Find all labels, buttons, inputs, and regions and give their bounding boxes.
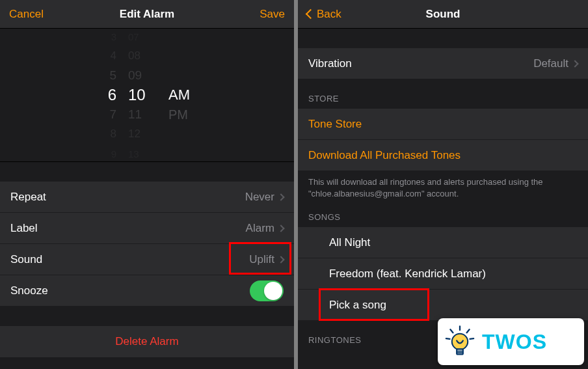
svg-line-2	[467, 329, 470, 333]
vibration-value: Default	[533, 57, 568, 70]
songs-section-header: SONGS	[298, 208, 588, 227]
svg-point-5	[452, 334, 468, 349]
time-picker[interactable]: 3 4 5 6 7 8 9 07 08 09 10 11 12 13	[0, 29, 294, 162]
vibration-row[interactable]: Vibration Default	[298, 48, 588, 79]
minute-wheel[interactable]: 07 08 09 10 11 12 13	[128, 27, 157, 163]
sound-value: Uplift	[249, 253, 274, 266]
delete-alarm-button[interactable]: Delete Alarm	[0, 326, 294, 357]
ampm-wheel[interactable]: AM PM	[168, 27, 201, 163]
download-note: This will download all ringtones and ale…	[298, 171, 588, 208]
snooze-row: Snooze	[0, 275, 294, 307]
twos-watermark: TWOS	[438, 318, 584, 365]
twos-text: TWOS	[482, 330, 547, 354]
snooze-toggle[interactable]	[250, 280, 284, 301]
svg-line-4	[470, 338, 474, 339]
label-value: Alarm	[246, 222, 274, 235]
vibration-label: Vibration	[308, 57, 352, 70]
lightbulb-icon	[443, 325, 477, 359]
chevron-right-icon	[277, 225, 284, 232]
back-button[interactable]: Back	[307, 8, 353, 21]
chevron-right-icon	[277, 256, 284, 263]
tone-store-row[interactable]: Tone Store	[298, 109, 588, 140]
sound-label: Sound	[10, 253, 42, 266]
repeat-value: Never	[245, 191, 274, 204]
label-label: Label	[10, 222, 38, 235]
snooze-label: Snooze	[10, 284, 48, 297]
chevron-right-icon	[571, 60, 578, 67]
cancel-button[interactable]: Cancel	[9, 8, 55, 21]
nav-title: Sound	[426, 8, 461, 21]
sound-row[interactable]: Sound Uplift	[0, 244, 294, 275]
chevron-right-icon	[277, 193, 284, 200]
pick-song-row[interactable]: Pick a song	[298, 290, 588, 321]
svg-line-3	[446, 338, 450, 339]
label-row[interactable]: Label Alarm	[0, 213, 294, 244]
song-row[interactable]: Freedom (feat. Kendrick Lamar)	[298, 258, 588, 290]
navbar-edit-alarm: Cancel Edit Alarm Save	[0, 0, 294, 29]
song-row[interactable]: All Night	[298, 227, 588, 258]
repeat-label: Repeat	[10, 191, 46, 204]
repeat-row[interactable]: Repeat Never	[0, 182, 294, 213]
sound-screen: Back Sound Vibration Default STORE Tone …	[298, 0, 588, 369]
nav-title: Edit Alarm	[120, 8, 174, 21]
svg-line-1	[450, 329, 453, 333]
hour-wheel[interactable]: 3 4 5 6 7 8 9	[93, 27, 116, 163]
download-tones-row[interactable]: Download All Purchased Tones	[298, 140, 588, 171]
store-section-header: STORE	[298, 79, 588, 109]
navbar-sound: Back Sound	[298, 0, 588, 29]
save-button[interactable]: Save	[239, 8, 285, 21]
chevron-left-icon	[306, 9, 316, 20]
edit-alarm-screen: Cancel Edit Alarm Save 3 4 5 6 7 8 9 07 …	[0, 0, 294, 369]
